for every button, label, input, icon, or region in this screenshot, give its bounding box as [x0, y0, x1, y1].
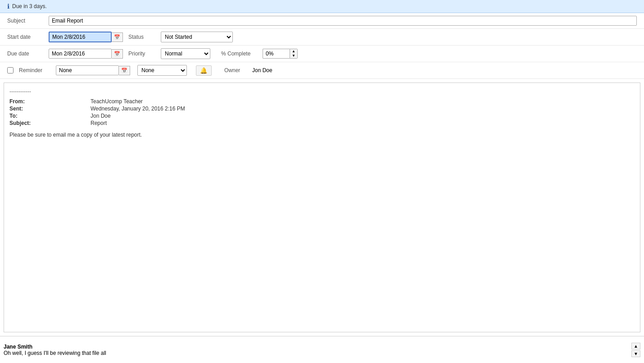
email-body-text: Please be sure to email me a copy of you… [9, 132, 635, 138]
owner-label: Owner [224, 69, 247, 74]
app-body: ▲ Favorites Inbox Sent Items Deleted Ite… [0, 69, 644, 349]
email-sent-row: Sent: Wednesday, January 20, 2016 2:16 P… [9, 106, 635, 112]
reminder-row: Reminder 📅 None 🔔 Owner Jon Doe [0, 69, 644, 79]
email-to-row: To: Jon Doe [9, 113, 635, 119]
to-label: To: [9, 113, 91, 119]
task-window: ℹ Due in 3 days. Subject Start date 📅 St… [0, 69, 644, 349]
reminder-date-wrapper: 📅 [56, 69, 130, 75]
email-subject-value: Report [91, 120, 107, 126]
preview-sender: Jane Smith [4, 344, 106, 350]
email-body-area[interactable]: ------------ From: TeachUcomp Teacher Se… [4, 83, 640, 332]
reminder-label: Reminder [19, 69, 50, 74]
email-subject-row: Subject: Report [9, 120, 635, 126]
reminder-date-calendar-button[interactable]: 📅 [119, 69, 130, 75]
to-value: Jon Doe [91, 113, 111, 119]
email-divider: ------------ [9, 88, 635, 95]
email-from-row: From: TeachUcomp Teacher [9, 98, 635, 105]
email-subject-label: Subject: [9, 120, 91, 126]
reminder-checkbox[interactable] [7, 69, 14, 74]
sent-label: Sent: [9, 106, 91, 112]
from-label: From: [9, 98, 91, 105]
reminder-date-input[interactable] [56, 69, 119, 75]
bottom-preview: Jane Smith Oh well, I guess I'll be revi… [0, 336, 644, 349]
sent-value: Wednesday, January 20, 2016 2:16 PM [91, 106, 185, 112]
preview-scroll-buttons: ▲ ▼ [631, 343, 640, 350]
preview-content: Jane Smith Oh well, I guess I'll be revi… [4, 344, 106, 350]
reminder-sound-button[interactable]: 🔔 [196, 69, 212, 76]
scroll-up-button[interactable]: ▲ [631, 343, 640, 349]
app-wrapper: 📧 💾 ↩ ↪ ↑ ▾ Email Report - Task ⬛ — ❐ ✕ … [0, 0, 644, 363]
owner-value: Jon Doe [252, 69, 272, 74]
from-value: TeachUcomp Teacher [91, 98, 143, 105]
reminder-time-select[interactable]: None [137, 69, 187, 76]
